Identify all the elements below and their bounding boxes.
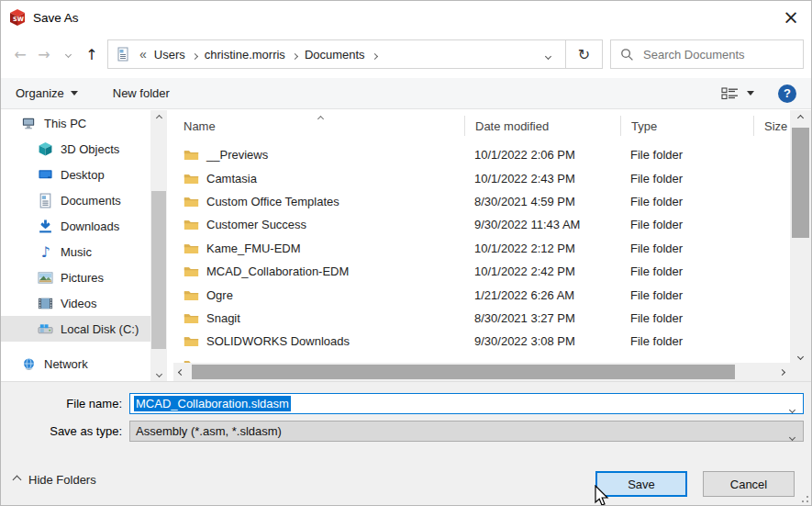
chevron-right-icon	[779, 368, 785, 375]
close-icon[interactable]: ×	[778, 6, 804, 29]
triangle-down-icon	[71, 91, 78, 96]
breadcrumb-overflow[interactable]: «	[139, 47, 147, 62]
scroll-down-arrow[interactable]	[150, 366, 167, 381]
table-row[interactable]: MCAD_Collaboration-EDM 10/1/2022 2:42 PM…	[173, 260, 790, 283]
resize-grip-icon[interactable]	[799, 493, 808, 502]
breadcrumb-item-users[interactable]: Users	[149, 48, 191, 62]
sidebar-item-documents[interactable]: Documents	[1, 187, 150, 213]
breadcrumb-separator[interactable]	[293, 48, 297, 62]
sidebar-item-label: Music	[61, 245, 92, 259]
sidebar-item-label: This PC	[44, 117, 86, 130]
breadcrumb-separator[interactable]	[373, 48, 377, 62]
file-name: Customer Success	[206, 218, 306, 231]
organize-button[interactable]: Organize	[16, 86, 78, 100]
list-item-partial[interactable]	[173, 354, 790, 363]
window-title: Save As	[33, 11, 79, 25]
scroll-down-arrow[interactable]	[790, 349, 811, 365]
file-date: 9/30/2022 11:43 AM	[464, 218, 620, 231]
table-row[interactable]: SOLIDWORKS Downloads 9/30/2022 3:08 PM F…	[173, 330, 790, 353]
table-row[interactable]: Customer Success 9/30/2022 11:43 AM File…	[173, 213, 790, 236]
vertical-scrollbar[interactable]	[790, 110, 811, 381]
scroll-up-arrow[interactable]	[150, 110, 167, 125]
help-button[interactable]: ?	[778, 84, 796, 103]
sidebar-item-this-pc[interactable]: This PC	[1, 110, 150, 136]
new-folder-button[interactable]: New folder	[113, 86, 170, 100]
file-type: File folder	[620, 148, 753, 162]
vertical-scrollbar-thumb[interactable]	[792, 128, 809, 238]
table-row[interactable]: Camtasia 10/1/2022 2:43 PM File folder	[173, 166, 790, 189]
address-bar[interactable]: « Users christine.morris Documents	[107, 39, 566, 69]
file-type: File folder	[620, 218, 753, 231]
cancel-button[interactable]: Cancel	[703, 471, 795, 497]
sort-ascending-icon	[318, 110, 323, 124]
sidebar-item-videos[interactable]: Videos	[1, 290, 150, 316]
3d-objects-icon	[38, 141, 53, 157]
file-type: File folder	[620, 195, 753, 208]
forward-button[interactable]: →	[32, 41, 56, 67]
scroll-right-arrow[interactable]	[774, 363, 790, 381]
back-button[interactable]: ←	[8, 41, 32, 67]
sidebar-item-pictures[interactable]: Pictures	[1, 264, 150, 290]
desktop-icon	[38, 167, 53, 183]
sidebar-scrollbar-thumb[interactable]	[151, 191, 166, 349]
network-icon	[21, 356, 37, 372]
file-date: 10/1/2022 2:06 PM	[464, 148, 620, 162]
sidebar-scrollbar[interactable]	[150, 110, 167, 381]
sidebar-item-label: Local Disk (C:)	[61, 322, 139, 336]
sidebar-item-downloads[interactable]: Downloads	[1, 213, 150, 239]
chevron-up-icon	[13, 476, 22, 485]
save-as-type-dropdown[interactable]	[790, 429, 795, 443]
save-as-type-select[interactable]: Assembly (*.asm, *.sldasm)	[129, 421, 804, 442]
command-toolbar: Organize New folder ?	[1, 78, 811, 109]
recent-locations-button[interactable]	[56, 41, 80, 67]
horizontal-scrollbar-thumb[interactable]	[192, 365, 735, 379]
up-button[interactable]: ↑	[80, 41, 104, 67]
chevron-down-icon	[797, 354, 804, 360]
horizontal-scrollbar[interactable]	[173, 363, 790, 381]
search-box[interactable]: Search Documents	[610, 39, 804, 69]
table-row[interactable]: __Previews 10/1/2022 2:06 PM File folder	[173, 143, 790, 166]
documents-icon	[38, 193, 53, 208]
breadcrumb-separator[interactable]	[193, 48, 197, 62]
address-dropdown-button[interactable]	[537, 48, 560, 62]
column-header-type[interactable]: Type	[620, 116, 753, 136]
file-date: 8/30/2021 3:27 PM	[464, 311, 620, 325]
sidebar-item-label: Network	[44, 357, 88, 371]
sidebar-item-label: Videos	[61, 297, 97, 310]
table-row[interactable]: Custom Office Templates 8/30/2021 4:59 P…	[173, 190, 790, 213]
breadcrumb-item-user[interactable]: christine.morris	[199, 48, 291, 62]
sidebar-item-3d-objects[interactable]: 3D Objects	[1, 136, 150, 162]
file-name: Ogre	[206, 288, 233, 302]
sidebar-item-desktop[interactable]: Desktop	[1, 162, 150, 187]
file-name-dropdown[interactable]	[790, 401, 795, 415]
folder-icon	[184, 333, 199, 349]
table-row[interactable]: Kame_FMU-EDM 10/1/2022 2:12 PM File fold…	[173, 237, 790, 260]
save-as-type-label: Save as type:	[1, 424, 129, 438]
navigation-bar: ← → ↑ « Users christine.morris Documents…	[1, 38, 811, 71]
scroll-up-arrow[interactable]	[790, 110, 811, 126]
file-name-input[interactable]: MCAD_Collaboration.sldasm	[129, 393, 804, 414]
column-header-size[interactable]: Size	[753, 116, 790, 136]
sidebar-item-local-disk-c[interactable]: Local Disk (C:)	[1, 316, 150, 342]
chevron-left-icon	[178, 368, 184, 375]
file-name: Kame_FMU-EDM	[206, 242, 301, 255]
file-date: 8/30/2021 4:59 PM	[464, 195, 620, 208]
file-name: SOLIDWORKS Downloads	[206, 334, 350, 348]
folder-icon	[184, 310, 199, 326]
file-date: 10/1/2022 2:43 PM	[464, 172, 620, 186]
table-row[interactable]: Ogre 1/21/2022 6:26 AM File folder	[173, 283, 790, 306]
column-headers: Name Date modified Type Size	[173, 110, 790, 141]
view-options-dropdown-icon[interactable]	[747, 91, 754, 96]
sidebar-item-music[interactable]: ♪ Music	[1, 239, 150, 264]
view-options-icon[interactable]	[721, 86, 740, 101]
breadcrumb-item-documents[interactable]: Documents	[299, 48, 371, 62]
table-row[interactable]: Snagit 8/30/2021 3:27 PM File folder	[173, 307, 790, 330]
hide-folders-button[interactable]: Hide Folders	[14, 473, 96, 487]
refresh-button[interactable]: ↻	[566, 39, 603, 69]
file-name-label: File name:	[1, 397, 129, 410]
pictures-icon	[38, 270, 53, 286]
scroll-left-arrow[interactable]	[173, 363, 189, 381]
videos-icon	[38, 296, 53, 311]
sidebar-item-network[interactable]: Network	[1, 351, 150, 377]
column-header-date-modified[interactable]: Date modified	[464, 116, 620, 136]
